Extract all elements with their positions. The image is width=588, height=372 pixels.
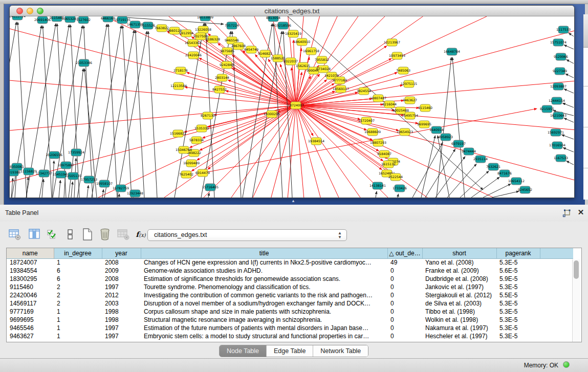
- scrollbar-thumb[interactable]: [574, 260, 579, 279]
- table-cell[interactable]: Tourette syndrome. Phenomenology and cla…: [141, 283, 387, 291]
- table-cell[interactable]: 1998: [102, 308, 141, 316]
- table-cell[interactable]: 1: [54, 316, 102, 324]
- table-cell[interactable]: 5.6E-5: [496, 267, 540, 275]
- tab-network-table[interactable]: Network Table: [313, 345, 368, 357]
- column-header-short[interactable]: short: [422, 248, 496, 258]
- table-row[interactable]: 1938455462009Genome-wide association stu…: [7, 267, 573, 275]
- table-cell[interactable]: 2008: [102, 258, 141, 267]
- table-row[interactable]: 946554611997Estimation of the future num…: [7, 324, 573, 332]
- table-cell[interactable]: Disruption of a novel member of a sodium…: [141, 299, 387, 308]
- column-header-name[interactable]: name: [7, 248, 54, 258]
- table-cell[interactable]: 9465546: [7, 324, 54, 332]
- column-header-pagerank[interactable]: pagerank: [496, 248, 540, 258]
- table-cell[interactable]: 0: [387, 267, 422, 275]
- table-cell[interactable]: 1997: [102, 324, 141, 332]
- table-cell[interactable]: de Silva et al. (2003): [422, 299, 496, 308]
- table-cell[interactable]: 0: [387, 308, 422, 316]
- network-graph-canvas[interactable]: 2405572420691406911546010653287152760264…: [10, 16, 574, 198]
- close-panel-icon[interactable]: ✕: [576, 208, 585, 217]
- table-cell[interactable]: 2009: [102, 267, 141, 275]
- table-row[interactable]: 911546021997Tourette syndrome. Phenomeno…: [7, 283, 573, 291]
- panel-splitter[interactable]: ▴: [290, 199, 297, 204]
- table-cell[interactable]: 5.3E-5: [496, 308, 540, 316]
- table-cell[interactable]: Jankovic et al. (1997): [422, 283, 496, 291]
- row-height-icon[interactable]: [63, 228, 77, 241]
- table-cell[interactable]: 2012: [102, 291, 141, 299]
- table-cell[interactable]: Dudbridge et al. (2008): [422, 275, 496, 283]
- table-cell[interactable]: 1997: [102, 283, 141, 291]
- table-cell[interactable]: 18724007: [7, 258, 54, 267]
- column-header-out_de[interactable]: △ out_de…: [387, 248, 422, 258]
- table-cell[interactable]: 1997: [102, 332, 141, 340]
- table-cell[interactable]: 5.9E-5: [496, 275, 540, 283]
- table-cell[interactable]: Yano et al. (2008): [422, 258, 496, 267]
- table-cell[interactable]: 5.3E-5: [496, 332, 540, 340]
- tab-node-table[interactable]: Node Table: [220, 345, 267, 357]
- table-row[interactable]: 2242004622012Investigating the contribut…: [7, 291, 573, 299]
- table-cell[interactable]: 5.3E-5: [496, 258, 540, 267]
- table-cell[interactable]: Nakamura et al. (1997): [422, 324, 496, 332]
- table-cell[interactable]: 2: [54, 283, 102, 291]
- table-cell[interactable]: 0: [387, 332, 422, 340]
- table-cell[interactable]: 5.3E-5: [496, 283, 540, 291]
- table-cell[interactable]: 9463627: [7, 332, 54, 340]
- table-cell[interactable]: 5.3E-5: [496, 316, 540, 324]
- table-cell[interactable]: 0: [387, 324, 422, 332]
- table-row[interactable]: 1830029562008Estimation of significance …: [7, 275, 573, 283]
- table-cell[interactable]: 6: [54, 275, 102, 283]
- table-cell[interactable]: 0: [387, 283, 422, 291]
- table-cell[interactable]: Tibbo et al. (1998): [422, 308, 496, 316]
- table-row[interactable]: 1456911722003Disruption of a novel membe…: [7, 299, 573, 308]
- table-cell[interactable]: 19384554: [7, 267, 54, 275]
- table-cell[interactable]: Hescheler et al. (1997): [422, 332, 496, 340]
- table-options-icon[interactable]: [8, 228, 21, 241]
- show-columns-icon[interactable]: [28, 228, 41, 241]
- table-scrollbar[interactable]: [572, 259, 580, 342]
- table-cell[interactable]: 14569117: [7, 299, 54, 308]
- select-all-icon[interactable]: [46, 228, 59, 241]
- table-cell[interactable]: 2: [54, 299, 102, 308]
- table-source-dropdown[interactable]: citations_edges.txt ▲▼: [147, 229, 347, 241]
- table-cell[interactable]: 1: [54, 258, 102, 267]
- table-cell[interactable]: 2: [54, 291, 102, 299]
- table-cell[interactable]: 9699695: [7, 316, 54, 324]
- table-cell[interactable]: Corpus callosum shape and size in male p…: [141, 308, 387, 316]
- table-row[interactable]: 1872400712008Changes of HCN gene express…: [7, 258, 573, 267]
- table-cell[interactable]: 1: [54, 324, 102, 332]
- table-cell[interactable]: 1: [54, 308, 102, 316]
- column-header-title[interactable]: title: [141, 248, 387, 258]
- table-cell[interactable]: 9777169: [7, 308, 54, 316]
- float-panel-icon[interactable]: [562, 209, 571, 218]
- table-cell[interactable]: 1998: [102, 316, 141, 324]
- table-cell[interactable]: 5.3E-5: [496, 299, 540, 308]
- new-table-icon[interactable]: [81, 228, 94, 241]
- table-cell[interactable]: 5.3E-5: [496, 324, 540, 332]
- table-row[interactable]: 969969511998Structural magnetic resonanc…: [7, 316, 573, 324]
- table-cell[interactable]: 49: [387, 258, 422, 267]
- table-row[interactable]: 946362711997Embryonic stem cells: a mode…: [7, 332, 573, 340]
- column-header-in_degree[interactable]: in_degree: [54, 248, 102, 258]
- table-cell[interactable]: 6: [54, 267, 102, 275]
- table-row[interactable]: 977716911998Corpus callosum shape and si…: [7, 308, 573, 316]
- table-cell[interactable]: Structural magnetic resonance image aver…: [141, 316, 387, 324]
- table-cell[interactable]: Changes of HCN gene expression and I(f) …: [141, 258, 387, 267]
- window-titlebar[interactable]: citations_edges.txt: [10, 6, 574, 16]
- table-cell[interactable]: 2003: [102, 299, 141, 308]
- tab-edge-table[interactable]: Edge Table: [267, 345, 313, 357]
- table-cell[interactable]: Investigating the contribution of common…: [141, 291, 387, 299]
- table-cell[interactable]: 18300295: [7, 275, 54, 283]
- table-cell[interactable]: 22420046: [7, 291, 54, 299]
- network-view-window[interactable]: citations_edges.txt 24055724206914069115…: [9, 5, 575, 198]
- table-cell[interactable]: 0: [387, 291, 422, 299]
- table-cell[interactable]: Embryonic stem cells: a model to study s…: [141, 332, 387, 340]
- function-builder-icon[interactable]: f(x): [134, 228, 147, 241]
- table-cell[interactable]: Genome-wide association studies in ADHD.: [141, 267, 387, 275]
- delete-rows-icon[interactable]: [98, 228, 112, 241]
- table-cell[interactable]: 9115460: [7, 283, 54, 291]
- table-cell[interactable]: 2008: [102, 275, 141, 283]
- table-cell[interactable]: Wolkin et al. (1998): [422, 316, 496, 324]
- table-cell[interactable]: Franke et al. (2009): [422, 267, 496, 275]
- table-cell[interactable]: 0: [387, 275, 422, 283]
- table-cell[interactable]: 1: [54, 332, 102, 340]
- table-cell[interactable]: 5.5E-5: [496, 291, 540, 299]
